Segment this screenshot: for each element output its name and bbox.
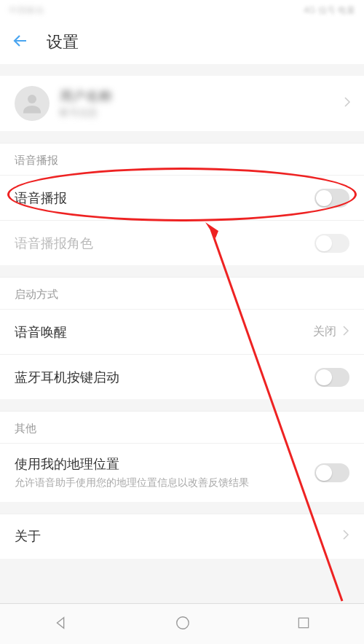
- voice-role-row: 语音播报角色: [0, 220, 364, 265]
- svg-point-3: [177, 616, 189, 629]
- nav-recent-icon[interactable]: [296, 616, 311, 633]
- page-title: 设置: [47, 31, 79, 53]
- profile-name: 用户名称: [60, 87, 112, 105]
- nav-bar: [0, 603, 364, 644]
- location-label: 使用我的地理位置: [15, 455, 249, 473]
- status-indicators: 4G 信号 电量: [304, 4, 355, 17]
- voice-wake-row[interactable]: 语音唤醒 关闭: [0, 309, 364, 354]
- svg-point-0: [28, 95, 36, 103]
- status-carrier: 中国移动: [9, 4, 44, 17]
- app-header: 设置: [0, 20, 364, 64]
- nav-back-icon[interactable]: [53, 615, 69, 634]
- voice-broadcast-row[interactable]: 语音播报: [0, 175, 364, 220]
- bluetooth-label: 蓝牙耳机按键启动: [15, 369, 119, 386]
- bluetooth-toggle[interactable]: [314, 368, 349, 387]
- profile-row[interactable]: 用户名称 帐号信息: [0, 76, 364, 131]
- chevron-right-icon: [344, 96, 351, 111]
- location-row[interactable]: 使用我的地理位置 允许语音助手使用您的地理位置信息以改善反馈结果: [0, 443, 364, 502]
- about-label: 关于: [15, 527, 41, 545]
- section-voice-header: 语音播报: [0, 143, 364, 175]
- profile-text: 用户名称 帐号信息: [60, 87, 112, 119]
- section-other-header: 其他: [0, 411, 364, 443]
- voice-wake-label: 语音唤醒: [15, 323, 67, 341]
- voice-broadcast-toggle[interactable]: [314, 189, 349, 208]
- section-startup-header: 启动方式: [0, 277, 364, 309]
- profile-sub: 帐号信息: [60, 106, 112, 119]
- svg-rect-4: [299, 618, 309, 627]
- chevron-right-icon: [342, 325, 349, 339]
- location-sub: 允许语音助手使用您的地理位置信息以改善反馈结果: [15, 476, 249, 490]
- bluetooth-row[interactable]: 蓝牙耳机按键启动: [0, 354, 364, 399]
- about-row[interactable]: 关于: [0, 514, 364, 559]
- avatar: [15, 86, 50, 121]
- location-toggle[interactable]: [314, 463, 349, 482]
- nav-home-icon[interactable]: [175, 615, 191, 634]
- status-bar: 中国移动 4G 信号 电量: [0, 0, 364, 20]
- voice-wake-value: 关闭: [313, 324, 336, 339]
- voice-role-toggle: [314, 234, 349, 253]
- back-icon[interactable]: [12, 32, 29, 52]
- voice-role-label: 语音播报角色: [15, 235, 93, 252]
- chevron-right-icon: [342, 529, 349, 543]
- voice-broadcast-label: 语音播报: [15, 189, 67, 207]
